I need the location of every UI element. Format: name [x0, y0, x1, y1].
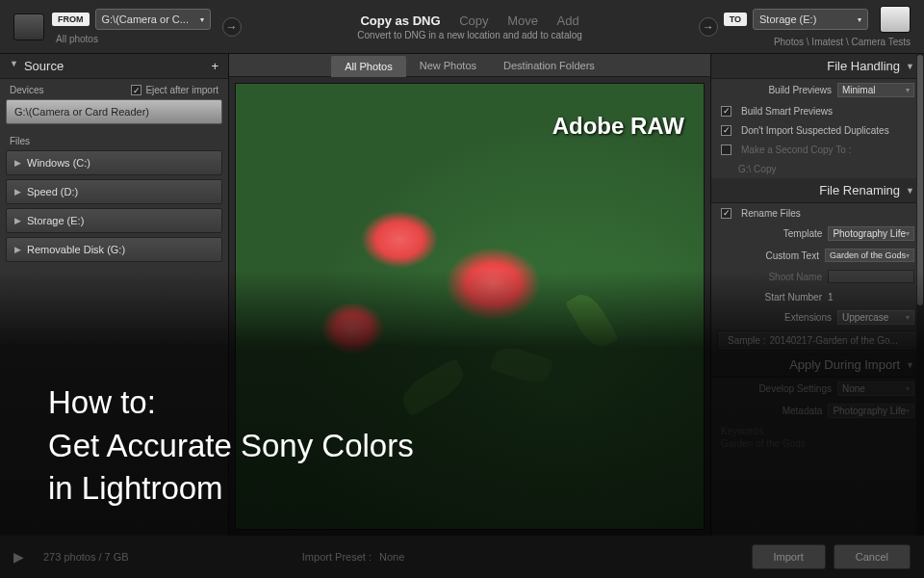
top-center: Copy as DNG Copy Move Add Convert to DNG…	[247, 13, 693, 40]
shoot-name-label: Shoot Name	[768, 272, 822, 282]
second-copy-checkbox[interactable]: Make a Second Copy To :	[711, 140, 924, 159]
watermark-text: Adobe RAW	[552, 113, 684, 140]
devices-label: Devices	[10, 85, 44, 95]
bottom-bar: ▶ 273 photos / 7 GB Import Preset : None…	[0, 536, 924, 578]
files-label: Files	[10, 136, 30, 146]
drive-speed[interactable]: ▶Speed (D:)	[6, 179, 222, 204]
from-badge: FROM	[52, 13, 90, 26]
start-number-value: 1	[828, 292, 914, 302]
to-path-dropdown[interactable]: Storage (E:) ▾	[753, 9, 868, 30]
template-dropdown[interactable]: Photography Life▾	[828, 226, 914, 241]
custom-text-input[interactable]: Garden of the Gods▾	[825, 249, 914, 262]
start-number-label: Start Number	[765, 292, 822, 302]
source-header[interactable]: ▼Source +	[0, 54, 228, 79]
to-sub: Photos \ Imatest \ Camera Tests	[724, 37, 911, 47]
source-title: Source	[24, 59, 64, 73]
import-button[interactable]: Import	[752, 544, 826, 569]
arrow-to-icon[interactable]: →	[699, 17, 718, 37]
file-handling-header[interactable]: File Handling▼	[711, 54, 924, 79]
preset-value[interactable]: None	[379, 551, 404, 563]
add-source-icon[interactable]: +	[211, 59, 218, 73]
metadata-dropdown[interactable]: Photography Life▾	[828, 404, 914, 418]
title-overlay: How to: Get Accurate Sony Colors in Ligh…	[48, 381, 414, 511]
metadata-label: Metadata	[783, 406, 823, 416]
action-copy[interactable]: Copy	[459, 13, 488, 28]
source-drive-icon	[13, 13, 44, 40]
template-label: Template	[783, 228, 823, 239]
build-previews-label: Build Previews	[768, 85, 832, 95]
scrollbar[interactable]	[916, 54, 924, 536]
develop-dropdown[interactable]: None▾	[837, 381, 914, 396]
title-line-3: in Lightroom	[48, 467, 414, 511]
develop-label: Develop Settings	[758, 383, 832, 394]
to-badge: TO	[724, 13, 747, 26]
tabs: All Photos New Photos Destination Folder…	[229, 54, 710, 77]
drive-windows[interactable]: ▶Windows (C:)	[6, 150, 222, 175]
title-line-1: How to:	[48, 381, 414, 425]
cancel-button[interactable]: Cancel	[834, 544, 911, 569]
expand-icon[interactable]: ▶	[13, 549, 24, 565]
title-line-2: Get Accurate Sony Colors	[48, 425, 414, 468]
device-row[interactable]: G:\(Camera or Card Reader)	[6, 99, 222, 124]
arrow-right-icon[interactable]: →	[222, 17, 242, 37]
preset-label: Import Preset :	[302, 551, 372, 563]
extensions-label: Extensions	[784, 312, 832, 323]
drive-storage[interactable]: ▶Storage (E:)	[6, 208, 222, 233]
action-add[interactable]: Add	[557, 13, 579, 28]
file-renaming-header[interactable]: File Renaming▼	[711, 178, 924, 203]
to-path-text: Storage (E:)	[759, 13, 816, 25]
photo-count: 273 photos / 7 GB	[43, 551, 129, 563]
apply-header[interactable]: Apply During Import▼	[711, 353, 924, 378]
action-move[interactable]: Move	[507, 13, 538, 28]
from-sub: All photos	[56, 34, 217, 44]
from-path-dropdown[interactable]: G:\(Camera or C... ▾	[95, 9, 211, 30]
scrollbar-thumb[interactable]	[917, 55, 923, 305]
action-subtitle: Convert to DNG in a new location and add…	[247, 30, 693, 40]
duplicates-checkbox[interactable]: ✓Don't Import Suspected Duplicates	[711, 120, 924, 140]
second-copy-path: G:\ Copy	[738, 164, 776, 174]
extensions-dropdown[interactable]: Uppercase▾	[837, 310, 914, 325]
tab-all-photos[interactable]: All Photos	[331, 56, 406, 77]
tab-new-photos[interactable]: New Photos	[406, 54, 490, 76]
custom-text-label: Custom Text	[766, 250, 819, 261]
keywords-label: Keywords	[721, 426, 763, 436]
action-copy-dng[interactable]: Copy as DNG	[360, 13, 440, 28]
sample-label: Sample :	[728, 335, 765, 346]
tab-destination[interactable]: Destination Folders	[490, 54, 608, 76]
eject-checkbox[interactable]: ✓Eject after import	[131, 85, 218, 95]
top-bar: FROM G:\(Camera or C... ▾ All photos → C…	[0, 0, 924, 54]
rename-files-checkbox[interactable]: ✓Rename Files	[711, 203, 924, 223]
shoot-name-input[interactable]	[828, 270, 914, 283]
build-previews-dropdown[interactable]: Minimal▾	[837, 83, 914, 97]
sample-value: 20140217-Garden of the Go...	[769, 335, 897, 346]
from-path-text: G:\(Camera or C...	[102, 13, 189, 25]
right-panel: File Handling▼ Build PreviewsMinimal▾ ✓B…	[710, 54, 924, 536]
smart-previews-checkbox[interactable]: ✓Build Smart Previews	[711, 101, 924, 120]
drive-removable[interactable]: ▶Removable Disk (G:)	[6, 237, 222, 262]
keywords-value: Garden of the Gods	[721, 438, 806, 449]
dest-drive-icon	[880, 6, 911, 33]
